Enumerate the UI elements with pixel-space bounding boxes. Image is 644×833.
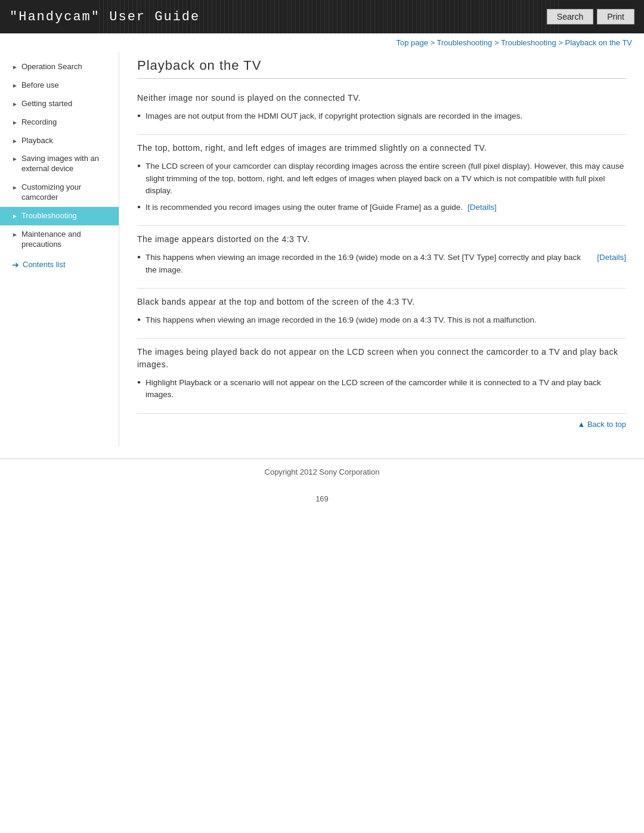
section-2-heading: The top, bottom, right, and left edges o…: [137, 142, 626, 154]
breadcrumb-troubleshooting2[interactable]: Troubleshooting: [501, 38, 556, 47]
sidebar-item-label: Troubleshooting: [21, 211, 112, 221]
section-1-heading: Neither image nor sound is played on the…: [137, 92, 626, 104]
bullet-item: The LCD screen of your camcorder can dis…: [137, 160, 626, 197]
sidebar-item-recording[interactable]: ► Recording: [0, 113, 119, 132]
back-to-top-link[interactable]: ▲ Back to top: [577, 420, 626, 429]
section-5: The images being played back do not appe…: [137, 339, 626, 414]
bullet-text: This happens when viewing an image recor…: [145, 314, 537, 326]
breadcrumb-current: Playback on the TV: [565, 38, 633, 47]
site-title: "Handycam" User Guide: [10, 10, 200, 24]
sidebar-item-label: Recording: [21, 117, 112, 128]
arrow-icon: ►: [12, 155, 18, 163]
copyright-text: Copyright 2012 Sony Corporation: [265, 467, 380, 476]
footer: Copyright 2012 Sony Corporation: [0, 459, 644, 485]
arrow-icon: ►: [12, 212, 18, 220]
section-2-bullets: The LCD screen of your camcorder can dis…: [137, 160, 626, 213]
arrow-right-icon: ➔: [12, 260, 19, 270]
details-link-1[interactable]: [Details]: [467, 202, 497, 213]
section-5-bullets: Highlight Playback or a scenario will no…: [137, 377, 626, 401]
arrow-icon: ►: [12, 231, 18, 239]
section-4: Black bands appear at the top and bottom…: [137, 289, 626, 339]
breadcrumb: Top page > Troubleshooting > Troubleshoo…: [0, 33, 644, 52]
bullet-item: This happens when viewing an image recor…: [137, 314, 626, 326]
arrow-icon: ►: [12, 137, 18, 145]
breadcrumb-top[interactable]: Top page: [396, 38, 428, 47]
sidebar-item-label: Before use: [21, 80, 112, 91]
section-2: The top, bottom, right, and left edges o…: [137, 135, 626, 226]
sidebar-item-label: Customizing your camcorder: [21, 182, 112, 203]
sidebar-item-label: Playback: [21, 136, 112, 146]
header: "Handycam" User Guide Search Print: [0, 0, 644, 33]
breadcrumb-troubleshooting1[interactable]: Troubleshooting: [437, 38, 493, 47]
page-title: Playback on the TV: [137, 58, 626, 79]
bullet-text: It is recommended you record images usin…: [145, 202, 463, 213]
main-content: Playback on the TV Neither image nor sou…: [119, 52, 644, 447]
sidebar-item-maintenance[interactable]: ► Maintenance and precautions: [0, 225, 119, 254]
bullet-text: The LCD screen of your camcorder can dis…: [145, 160, 626, 197]
section-1-bullets: Images are not output from the HDMI OUT …: [137, 110, 626, 122]
arrow-icon: ►: [12, 82, 18, 89]
bullet-item: Images are not output from the HDMI OUT …: [137, 110, 626, 122]
section-3-bullets: This happens when viewing an image recor…: [137, 252, 626, 276]
arrow-icon: ►: [12, 100, 18, 108]
arrow-icon: ►: [12, 63, 18, 71]
section-4-bullets: This happens when viewing an image recor…: [137, 314, 626, 326]
bullet-item: Highlight Playback or a scenario will no…: [137, 377, 626, 401]
sidebar-item-before-use[interactable]: ► Before use: [0, 76, 119, 95]
sidebar-item-label: Saving images with an external device: [21, 154, 112, 174]
search-button[interactable]: Search: [547, 9, 593, 24]
details-link-2[interactable]: [Details]: [597, 252, 626, 276]
section-3: The image appears distorted on the 4:3 T…: [137, 226, 626, 289]
bullet-text: Highlight Playback or a scenario will no…: [145, 377, 626, 401]
section-1: Neither image nor sound is played on the…: [137, 85, 626, 135]
bullet-text: This happens when viewing an image recor…: [145, 252, 592, 276]
sidebar-item-saving-images[interactable]: ► Saving images with an external device: [0, 150, 119, 178]
section-5-heading: The images being played back do not appe…: [137, 346, 626, 371]
bullet-text: Images are not output from the HDMI OUT …: [145, 110, 522, 122]
print-button[interactable]: Print: [597, 9, 634, 24]
back-to-top: ▲ Back to top: [137, 414, 626, 435]
sidebar-item-label: Maintenance and precautions: [21, 230, 112, 250]
sidebar: ► Operation Search ► Before use ► Gettin…: [0, 52, 119, 447]
contents-list-label: Contents list: [23, 260, 66, 269]
sidebar-item-troubleshooting[interactable]: ► Troubleshooting: [0, 207, 119, 225]
bullet-item: This happens when viewing an image recor…: [137, 252, 626, 276]
page-number: 169: [0, 485, 644, 513]
contents-list-link[interactable]: ➔ Contents list: [0, 254, 119, 275]
section-3-heading: The image appears distorted on the 4:3 T…: [137, 233, 626, 246]
arrow-icon: ►: [12, 119, 18, 126]
sidebar-item-label: Operation Search: [21, 62, 112, 72]
section-4-heading: Black bands appear at the top and bottom…: [137, 296, 626, 308]
sidebar-item-playback[interactable]: ► Playback: [0, 132, 119, 150]
main-layout: ► Operation Search ► Before use ► Gettin…: [0, 52, 644, 447]
sidebar-item-operation-search[interactable]: ► Operation Search: [0, 58, 119, 76]
sidebar-item-customizing[interactable]: ► Customizing your camcorder: [0, 178, 119, 207]
sidebar-item-label: Getting started: [21, 99, 112, 109]
arrow-icon: ►: [12, 184, 18, 191]
sidebar-item-getting-started[interactable]: ► Getting started: [0, 95, 119, 113]
bullet-item: It is recommended you record images usin…: [137, 202, 626, 213]
header-buttons: Search Print: [547, 9, 634, 24]
